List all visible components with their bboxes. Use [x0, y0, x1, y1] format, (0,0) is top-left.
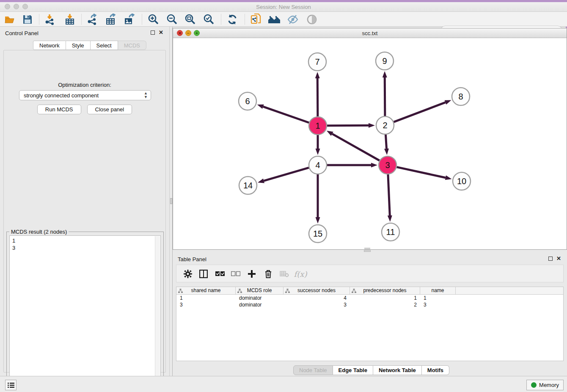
arrowhead-icon [369, 123, 375, 128]
memory-label: Memory [539, 382, 559, 388]
column-header-successor-nodes[interactable]: successor nodes [284, 287, 350, 294]
table-toolbar: f(x) [176, 265, 564, 282]
tab-style[interactable]: Style [66, 41, 91, 50]
tab-network[interactable]: Network [33, 41, 66, 50]
gear-icon[interactable] [182, 268, 194, 280]
edge-3-1[interactable] [332, 134, 380, 160]
vertical-splitter[interactable] [169, 27, 173, 376]
close-table-panel-icon[interactable]: ✕ [556, 257, 561, 261]
cell[interactable]: dominator [236, 295, 284, 301]
cell[interactable]: 2 [350, 301, 420, 308]
criterion-dropdown[interactable]: strongly connected component ▲▼ [19, 90, 151, 100]
canvas-resize-handle[interactable] [364, 248, 370, 249]
edge-3-11[interactable] [388, 174, 390, 215]
close-panel-icon[interactable]: ✕ [159, 30, 163, 35]
task-history-button[interactable] [5, 380, 17, 390]
splitter-handle-h[interactable] [364, 250, 371, 252]
tab-motifs[interactable]: Motifs [422, 365, 449, 375]
edge-2-9[interactable] [385, 77, 385, 116]
table-row[interactable]: 1dominator411 [176, 295, 563, 301]
memory-button[interactable]: Memory [526, 380, 564, 390]
network-from-selection-icon[interactable] [250, 13, 262, 26]
node-label-14: 14 [243, 181, 253, 190]
column-label: shared name [191, 287, 220, 293]
arrowhead-icon [383, 71, 387, 77]
deselect-all-icon[interactable] [229, 268, 242, 280]
edge-4-14[interactable] [264, 168, 308, 181]
columns-icon[interactable] [197, 268, 210, 280]
first-neighbors-icon[interactable] [268, 13, 281, 26]
arrowhead-icon [388, 215, 392, 222]
cell[interactable]: 1 [350, 295, 420, 301]
select-all-icon[interactable] [214, 268, 226, 280]
mcds-result-list[interactable]: 13 [9, 235, 161, 389]
cell[interactable]: dominator [236, 301, 284, 308]
save-session-icon[interactable] [21, 13, 34, 26]
mcds-result-group: MCDS result (2 nodes) 13 [6, 232, 164, 392]
edge-1-7[interactable] [317, 78, 318, 116]
edge-3-10[interactable] [396, 167, 445, 178]
open-file-icon[interactable] [3, 13, 16, 26]
column-header-MCDS-role[interactable]: MCDS role [236, 287, 284, 294]
column-header-name[interactable]: name [420, 287, 456, 294]
run-mcds-button[interactable]: Run MCDS [37, 105, 81, 114]
add-icon[interactable] [245, 268, 258, 280]
tab-mcds[interactable]: MCDS [118, 41, 146, 50]
zoom-fit-icon[interactable] [184, 13, 196, 26]
network-window-titlebar[interactable]: ✕ − + scc.txt [173, 28, 567, 38]
show-all-icon[interactable] [306, 13, 318, 26]
function-builder-icon[interactable]: f(x) [294, 268, 307, 280]
cell[interactable]: 4 [284, 295, 350, 301]
edge-1-2[interactable] [327, 125, 369, 126]
horizontal-splitter[interactable] [173, 250, 567, 253]
cell[interactable]: 3 [284, 301, 350, 308]
delete-table-icon[interactable] [278, 268, 291, 280]
result-scrollbar[interactable] [155, 236, 160, 389]
hide-selection-icon[interactable] [286, 13, 299, 26]
zoom-out-icon[interactable] [165, 13, 178, 26]
close-panel-button[interactable]: Close panel [87, 105, 132, 114]
node-label-6: 6 [245, 97, 250, 106]
optimization-criterion-label: Optimization criterion: [4, 82, 165, 88]
table-header-row[interactable]: shared nameMCDS rolesuccessor nodesprede… [176, 287, 563, 295]
export-image-icon[interactable] [123, 13, 135, 26]
cell[interactable]: 3 [420, 301, 456, 308]
zoom-in-icon[interactable] [147, 13, 160, 26]
main-toolbar [0, 12, 567, 27]
float-panel-icon[interactable] [151, 30, 155, 35]
arrowhead-icon [315, 72, 320, 78]
tab-network-table[interactable]: Network Table [373, 365, 422, 375]
export-network-icon[interactable] [86, 13, 99, 26]
arrowhead-icon [445, 100, 451, 105]
cell[interactable]: 1 [420, 295, 456, 301]
table-body[interactable]: 1dominator4113dominator323 [176, 295, 563, 308]
table-panel-title: Table Panel [178, 256, 206, 262]
zoom-selected-icon[interactable] [202, 13, 215, 26]
cell[interactable]: 1 [176, 295, 236, 301]
column-label: name [431, 287, 444, 293]
column-header-predecessor-nodes[interactable]: predecessor nodes [350, 287, 420, 294]
column-header-shared-name[interactable]: shared name [176, 287, 236, 294]
edge-2-3[interactable] [385, 135, 386, 149]
tab-select[interactable]: Select [91, 41, 118, 50]
import-network-icon[interactable] [44, 13, 56, 26]
tab-edge-table[interactable]: Edge Table [333, 365, 373, 375]
node-label-10: 10 [457, 177, 466, 186]
edge-2-8[interactable] [394, 102, 446, 122]
tab-node-table[interactable]: Node Table [293, 365, 333, 375]
node-table[interactable]: shared nameMCDS rolesuccessor nodesprede… [176, 287, 564, 361]
control-panel-tabs: NetworkStyleSelectMCDS [33, 41, 146, 50]
arrowhead-icon [316, 149, 320, 155]
table-row[interactable]: 3dominator323 [176, 301, 563, 308]
hierarchy-icon [352, 288, 356, 294]
splitter-handle[interactable] [170, 198, 172, 204]
cell[interactable]: 3 [176, 301, 236, 308]
float-table-panel-icon[interactable] [548, 257, 553, 261]
edge-1-6[interactable] [263, 107, 309, 123]
import-table-icon[interactable] [63, 13, 76, 26]
delete-icon[interactable] [262, 268, 275, 280]
export-table-icon[interactable] [105, 13, 117, 26]
hierarchy-icon [178, 288, 183, 294]
network-canvas[interactable]: 7968124314101511 [173, 38, 567, 249]
refresh-icon[interactable] [226, 13, 239, 26]
